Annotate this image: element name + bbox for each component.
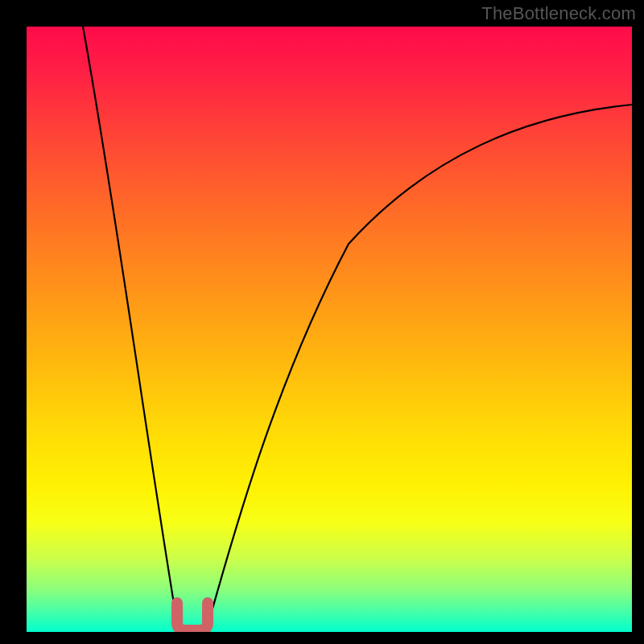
bottleneck-curve xyxy=(83,27,632,632)
chart-frame: TheBottleneck.com xyxy=(0,0,644,644)
attribution-text: TheBottleneck.com xyxy=(481,3,636,24)
valley-marker-icon xyxy=(177,603,208,630)
chart-svg-layer xyxy=(27,27,632,632)
